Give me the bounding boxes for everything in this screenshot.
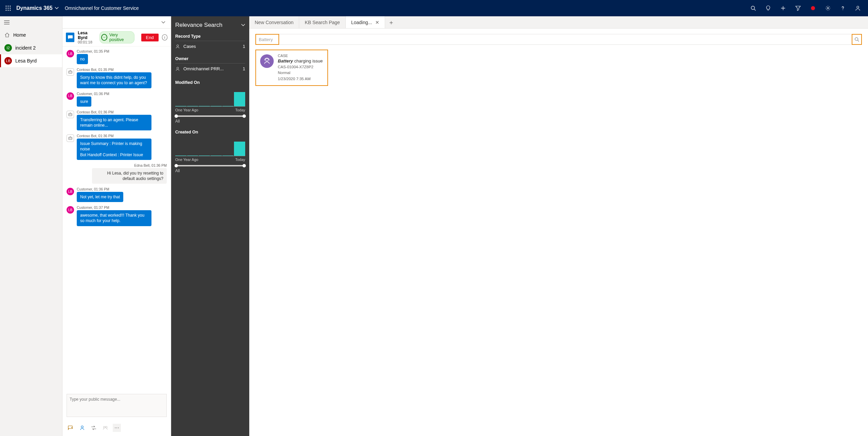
sentiment-indicator: ︶ Very positive [100,31,134,43]
tab-new-conversation[interactable]: New Conversation [249,16,299,28]
chat-message: Edna Bell, 01:36 PMHi Lesa, did you try … [67,163,167,184]
svg-point-29 [106,426,107,428]
svg-point-4 [8,8,9,9]
svg-point-8 [10,10,11,11]
message-bubble: awesome, that worked!!! Thank you so muc… [77,210,151,226]
app-subtitle: Omnichannel for Customer Service [65,5,139,11]
svg-line-33 [858,40,859,42]
case-icon [175,44,180,49]
tab-kb-search[interactable]: KB Search Page [299,16,346,28]
chevron-down-icon[interactable] [159,18,167,26]
customer-name: Lesa Byrd [78,31,96,40]
svg-point-6 [6,10,7,11]
svg-point-7 [8,10,9,11]
user-icon[interactable] [850,0,865,16]
message-meta: Customer, 01:36 PM [77,92,167,96]
message-meta: Customer, 01:35 PM [77,49,167,53]
svg-point-28 [104,426,105,428]
result-type: CASE [278,54,323,58]
svg-point-20 [71,114,71,115]
chat-message: LBCustomer, 01:37 PMawesome, that worked… [67,205,167,226]
result-priority: Normal [278,70,323,76]
customer-avatar: LB [67,188,74,195]
filter-owner[interactable]: Omnichannel PRR... 1 [175,63,245,74]
tab-strip: New Conversation KB Search Page Loading.… [249,16,868,29]
sidebar-item-label: incident 2 [15,45,36,51]
search-icon[interactable] [746,0,761,16]
add-tab-button[interactable]: ＋ [385,16,397,28]
svg-point-11 [827,7,829,9]
message-meta: Contoso Bot, 01:36 PM [77,134,167,138]
svg-point-9 [751,6,755,10]
svg-point-2 [10,6,11,7]
svg-rect-22 [69,137,72,140]
lightbulb-icon[interactable] [761,0,776,16]
session-badge: LB [4,57,12,65]
message-bubble: Not yet, let me try that [77,192,123,202]
svg-rect-26 [68,426,72,429]
sidebar-item-customer[interactable]: LB Lesa Byrd [0,54,62,67]
consult-icon[interactable] [78,424,86,432]
elapsed-time: 00:01:18 [78,40,96,44]
content-area: New Conversation KB Search Page Loading.… [249,16,868,436]
hamburger-icon[interactable] [0,16,62,29]
chat-message: LBCustomer, 01:36 PMNot yet, let me try … [67,187,167,202]
presence-indicator[interactable] [806,0,820,16]
chat-transcript[interactable]: LBCustomer, 01:35 PMnoContoso Bot, 01:35… [62,47,171,393]
message-meta: Edna Bell, 01:36 PM [67,163,167,167]
search-button[interactable] [852,34,862,45]
plus-icon[interactable] [776,0,791,16]
notes-icon[interactable] [101,424,109,432]
help-icon[interactable] [835,0,850,16]
conversation-panel: Lesa Byrd 00:01:18 ︶ Very positive End i… [62,16,171,436]
filter-icon[interactable] [791,0,806,16]
left-sidebar: Home I2 incident 2 LB Lesa Byrd [0,16,62,436]
close-icon[interactable]: ✕ [375,20,379,25]
relevance-panel: Relevance Search Record Type Cases 1 Own… [171,16,249,436]
svg-rect-18 [69,113,72,116]
search-result-case[interactable]: CASE Battery charging issue CAS-01004-X7… [255,50,328,86]
svg-line-10 [754,9,756,11]
svg-point-16 [71,72,71,72]
message-bubble: Transferring to an agent. Please remain … [77,115,151,130]
message-bubble: Sorry to know this didnt help, do you wa… [77,72,151,88]
tab-loading[interactable]: Loading... ✕ [346,16,385,28]
gear-icon[interactable] [820,0,835,16]
waffle-icon[interactable] [3,3,14,14]
brand-dropdown[interactable]: Dynamics 365 [16,5,59,11]
owner-count: 1 [243,66,245,71]
info-icon[interactable]: i [162,34,167,40]
created-slider[interactable] [175,165,245,166]
quick-reply-icon[interactable] [67,424,75,432]
message-input[interactable] [67,394,167,417]
chat-message: LBCustomer, 01:36 PMsure [67,92,167,107]
brand-label: Dynamics 365 [16,5,53,11]
transfer-icon[interactable] [90,424,98,432]
modified-slider[interactable] [175,115,245,117]
filter-cases[interactable]: Cases 1 [175,41,245,52]
smiley-icon: ︶ [101,34,107,41]
conversation-info: Lesa Byrd 00:01:18 ︶ Very positive End i [62,29,171,47]
sidebar-home-label: Home [13,32,26,38]
search-results-area: Battery CASE Battery charging issue CAS-… [249,29,868,91]
relevance-title[interactable]: Relevance Search [175,22,245,29]
end-button[interactable]: End [141,34,159,41]
bot-avatar [67,111,74,118]
modified-histogram [175,90,245,107]
chat-message: Contoso Bot, 01:36 PMTransferring to an … [67,110,167,130]
customer-avatar: LB [67,92,74,100]
message-meta: Contoso Bot, 01:36 PM [77,110,167,114]
sidebar-item-label: Lesa Byrd [15,58,37,63]
more-icon[interactable]: ⋯ [113,424,121,432]
sidebar-item-incident[interactable]: I2 incident 2 [0,41,62,54]
chat-message: Contoso Bot, 01:35 PMSorry to know this … [67,68,167,88]
bot-avatar [67,134,74,142]
svg-rect-13 [68,35,73,38]
message-meta: Contoso Bot, 01:35 PM [77,68,167,72]
svg-point-15 [69,72,70,72]
sidebar-home[interactable]: Home [0,29,62,41]
svg-point-32 [855,38,858,41]
customer-avatar: LB [67,50,74,57]
search-input[interactable]: Battery [255,34,279,45]
chat-message: Contoso Bot, 01:36 PMIssue Summary : Pri… [67,134,167,160]
